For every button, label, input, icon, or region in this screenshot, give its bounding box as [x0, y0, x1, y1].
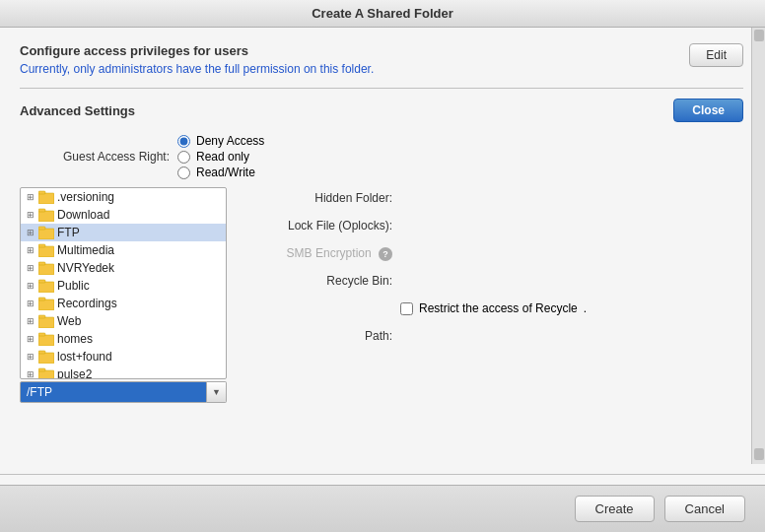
guest-access-row: Guest Access Right: Deny Access Read onl… [20, 134, 743, 179]
radio-deny-label: Deny Access [196, 134, 264, 148]
lock-file-row: Lock File (Oplocks): [243, 215, 743, 236]
expand-icon: ⊞ [25, 280, 36, 292]
folder-item-multimedia[interactable]: ⊞ Multimedia [21, 241, 226, 259]
footer-divider [0, 474, 765, 475]
folder-item-pulse2[interactable]: ⊞ pulse2 [21, 366, 226, 378]
radio-readwrite-row: Read/Write [177, 166, 743, 179]
folder-item-public[interactable]: ⊞ Public [21, 277, 226, 295]
folder-icon [38, 243, 54, 257]
svg-rect-2 [38, 211, 54, 222]
radio-deny-access[interactable] [177, 135, 190, 148]
radio-readonly-label: Read only [196, 150, 249, 164]
folder-item-lost-found[interactable]: ⊞ lost+found [21, 348, 226, 366]
folder-label-lost-found: lost+found [57, 350, 112, 364]
radio-readonly-row: Read only [177, 150, 743, 164]
recycle-bin-label: Recycle Bin: [243, 274, 400, 288]
folder-icon [38, 208, 54, 222]
folder-label-pulse2: pulse2 [57, 367, 92, 378]
folder-icon [38, 226, 54, 239]
svg-rect-12 [38, 299, 54, 310]
svg-rect-14 [38, 317, 54, 328]
path-row: Path: [243, 325, 743, 347]
advanced-header: Advanced Settings Close [20, 99, 743, 122]
folder-tree-container[interactable]: ⊞ .versioning ⊞ Download [20, 187, 227, 379]
folder-icon [38, 314, 54, 328]
folder-icon [38, 332, 54, 346]
expand-icon: ⊞ [25, 227, 36, 238]
radio-readwrite-label: Read/Write [196, 166, 255, 179]
folder-label-homes: homes [57, 332, 93, 346]
recycle-bin-row: Recycle Bin: [243, 270, 743, 292]
svg-rect-11 [38, 280, 45, 283]
folder-label-multimedia: Multimedia [57, 243, 114, 257]
folder-item-recordings[interactable]: ⊞ Recordings [21, 295, 226, 312]
folder-item-homes[interactable]: ⊞ homes [21, 330, 226, 348]
restrict-access-label: Restrict the access of Recycle [419, 301, 578, 315]
svg-rect-0 [38, 193, 54, 204]
expand-icon: ⊞ [25, 262, 36, 274]
expand-icon: ⊞ [25, 315, 36, 327]
scroll-arrow-down [754, 448, 764, 460]
expand-icon: ⊞ [25, 368, 36, 378]
svg-rect-9 [38, 262, 45, 265]
guest-access-label: Guest Access Right: [20, 150, 177, 164]
hidden-folder-row: Hidden Folder: [243, 187, 743, 209]
main-content: Configure access privileges for users Cu… [0, 28, 765, 464]
footer-bar: Create Cancel [0, 485, 765, 532]
svg-rect-18 [38, 353, 54, 364]
lower-section: ⊞ .versioning ⊞ Download [20, 187, 743, 403]
lock-file-label: Lock File (Oplocks): [243, 219, 400, 233]
access-section: Configure access privileges for users Cu… [20, 43, 743, 89]
expand-icon: ⊞ [25, 333, 36, 345]
access-subtitle: Currently, only administrators have the … [20, 62, 374, 76]
svg-rect-19 [38, 351, 45, 354]
expand-icon: ⊞ [25, 191, 36, 203]
folder-icon [38, 261, 54, 275]
restrict-access-value: Restrict the access of Recycle . [400, 301, 743, 315]
svg-rect-13 [38, 298, 45, 300]
radio-group: Deny Access Read only Read/Write [177, 134, 743, 179]
svg-rect-8 [38, 264, 54, 275]
svg-rect-15 [38, 315, 45, 318]
title-bar: Create A Shared Folder [0, 0, 765, 28]
svg-rect-16 [38, 335, 54, 346]
smb-encryption-label: SMB Encryption ? [243, 246, 400, 261]
dropdown-arrow-icon: ▼ [212, 387, 221, 397]
folder-label-nvryedek: NVRYedek [57, 261, 114, 275]
path-input[interactable] [20, 381, 207, 403]
right-scrollbar[interactable] [751, 28, 765, 464]
scroll-arrow-up [754, 30, 764, 41]
edit-button[interactable]: Edit [689, 43, 743, 67]
svg-rect-17 [38, 333, 45, 336]
create-button[interactable]: Create [575, 496, 655, 522]
smb-encryption-row: SMB Encryption ? [243, 242, 743, 264]
cancel-button[interactable]: Cancel [664, 496, 745, 522]
path-bar: ▼ [20, 381, 227, 403]
smb-info-icon[interactable]: ? [379, 247, 392, 261]
folder-label-ftp: FTP [57, 226, 80, 239]
advanced-title: Advanced Settings [20, 103, 135, 118]
folder-tree-scroll[interactable]: ⊞ .versioning ⊞ Download [21, 188, 226, 378]
path-dropdown-button[interactable]: ▼ [207, 381, 227, 403]
restrict-access-row: Restrict the access of Recycle . [243, 298, 743, 319]
folder-item-ftp[interactable]: ⊞ FTP [21, 224, 226, 241]
access-title: Configure access privileges for users [20, 43, 374, 58]
hidden-folder-label: Hidden Folder: [243, 191, 400, 205]
folder-item-download[interactable]: ⊞ Download [21, 206, 226, 224]
expand-icon: ⊞ [25, 298, 36, 309]
folder-item-web[interactable]: ⊞ Web [21, 312, 226, 330]
close-button[interactable]: Close [673, 99, 743, 122]
checkbox-restrict-row: Restrict the access of Recycle . [400, 301, 743, 315]
radio-read-write[interactable] [177, 166, 190, 179]
folder-item-versioning[interactable]: ⊞ .versioning [21, 188, 226, 206]
folder-icon [38, 367, 54, 378]
folder-icon [38, 190, 54, 204]
expand-icon: ⊞ [25, 244, 36, 256]
folder-section: ⊞ .versioning ⊞ Download [20, 187, 227, 403]
radio-read-only[interactable] [177, 151, 190, 164]
svg-rect-10 [38, 282, 54, 293]
folder-icon [38, 279, 54, 293]
folder-item-nvryedek[interactable]: ⊞ NVRYedek [21, 259, 226, 277]
restrict-access-checkbox[interactable] [400, 302, 413, 315]
folder-label-versioning: .versioning [57, 190, 114, 204]
